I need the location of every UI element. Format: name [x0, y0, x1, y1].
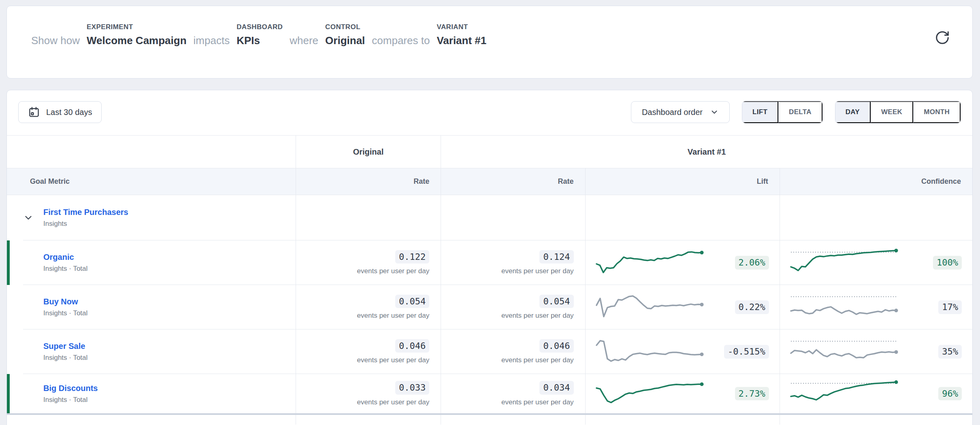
metric-row: OrganicInsights · Total0.122events per u… [7, 240, 972, 285]
goal-metric-cell: Super SaleInsights · Total [7, 329, 296, 374]
dashboard-order-label: Dashboard order [642, 108, 703, 117]
group-header-blank [7, 136, 296, 168]
variant-rate-cell: 0.054events per user per day [441, 285, 585, 329]
empty-cell [296, 195, 441, 240]
phrase-where: where [290, 35, 318, 47]
variant-value[interactable]: Variant #1 [437, 35, 486, 47]
confidence-sparkline [789, 291, 898, 323]
experiment-report-page: Show how EXPERIMENT Welcome Campaign imp… [0, 0, 980, 425]
confidence-cell: 100% [780, 240, 972, 285]
lift-cell: 2.06% [585, 240, 780, 285]
confidence-cell: 96% [780, 374, 972, 413]
refresh-button[interactable] [933, 29, 951, 47]
confidence-value: 100% [933, 256, 962, 270]
column-variant-rate: Rate [441, 168, 585, 195]
lift-cell: -0.515% [585, 329, 780, 374]
phrase-text: Show how [31, 35, 80, 47]
dashboard-selector[interactable]: DASHBOARD KPIs [236, 23, 283, 47]
lift-sparkline [594, 336, 704, 368]
metric-subtitle: Insights · Total [43, 265, 296, 273]
rate-unit: events per user per day [357, 312, 430, 320]
rate-value: 0.046 [395, 339, 429, 353]
metric-row: Buy NowInsights · Total0.054events per u… [7, 285, 972, 329]
rate-unit: events per user per day [501, 356, 574, 364]
next-row-partial [7, 415, 972, 425]
lift-value: 2.06% [735, 256, 769, 270]
rate-value: 0.034 [539, 381, 573, 395]
column-control-rate: Rate [296, 168, 441, 195]
metric-link[interactable]: Organic [43, 253, 296, 262]
calendar-icon [28, 106, 40, 118]
experiment-phrase: Show how EXPERIMENT Welcome Campaign imp… [31, 23, 486, 47]
metric-link[interactable]: Super Sale [43, 342, 296, 351]
toggle-option-day[interactable]: DAY [835, 101, 871, 123]
rate-value: 0.033 [395, 381, 429, 395]
report-card: Last 30 days Dashboard order LIFTDELTA D… [6, 90, 973, 425]
metric-subtitle: Insights · Total [43, 309, 296, 317]
experiment-selector[interactable]: EXPERIMENT Welcome Campaign [87, 23, 187, 47]
rate-value: 0.054 [539, 295, 573, 308]
experiment-definition-card: Show how EXPERIMENT Welcome Campaign imp… [6, 6, 973, 79]
rate-unit: events per user per day [501, 398, 574, 406]
group-metric-subtitle: Insights [43, 220, 128, 228]
lift-cell: 0.22% [585, 285, 780, 329]
rate-value: 0.054 [395, 295, 429, 308]
confidence-sparkline [789, 336, 898, 368]
control-rate-cell: 0.054events per user per day [296, 285, 441, 329]
rate-unit: events per user per day [357, 398, 430, 406]
control-rate-cell: 0.033events per user per day [296, 374, 441, 413]
control-value[interactable]: Original [325, 35, 365, 47]
table-rows: OrganicInsights · Total0.122events per u… [7, 240, 972, 413]
column-lift: Lift [585, 168, 780, 195]
dashboard-order-dropdown[interactable]: Dashboard order [631, 101, 730, 123]
variant-rate-cell: 0.046events per user per day [441, 329, 585, 374]
date-range-label: Last 30 days [46, 108, 92, 117]
metric-row: Super SaleInsights · Total0.046events pe… [7, 329, 972, 374]
variant-selector[interactable]: VARIANT Variant #1 [437, 23, 486, 47]
empty-cell [585, 195, 780, 240]
rate-unit: events per user per day [357, 356, 430, 364]
rate-value: 0.122 [395, 250, 429, 264]
phrase-show-how: Show how [31, 35, 80, 47]
toggle-option-delta[interactable]: DELTA [778, 101, 822, 123]
confidence-value: 96% [938, 387, 962, 401]
collapse-chevron-icon[interactable] [23, 212, 34, 223]
phrase-impacts: impacts [194, 35, 230, 47]
lift-sparkline [594, 291, 704, 323]
group-metric-link[interactable]: First Time Purchasers [43, 208, 128, 217]
rate-unit: events per user per day [501, 312, 574, 320]
metric-subtitle: Insights · Total [43, 396, 296, 404]
mode-toggle: LIFTDELTA [742, 101, 823, 123]
column-confidence: Confidence [780, 168, 972, 195]
phrase-text: where [290, 35, 318, 47]
metric-row: Big DiscountsInsights · Total0.033events… [7, 374, 972, 413]
column-header-row: Goal Metric Rate Rate Lift Confidence [7, 168, 972, 195]
control-rate-cell: 0.046events per user per day [296, 329, 441, 374]
goal-metric-cell: Buy NowInsights · Total [7, 285, 296, 329]
phrase-compares-to: compares to [372, 35, 430, 47]
metric-link[interactable]: Buy Now [43, 297, 296, 306]
metric-subtitle: Insights · Total [43, 354, 296, 362]
rate-unit: events per user per day [501, 267, 574, 275]
lift-cell: 2.73% [585, 374, 780, 413]
dashboard-value[interactable]: KPIs [236, 35, 260, 47]
variant-rate-cell: 0.034events per user per day [441, 374, 585, 413]
confidence-cell: 35% [780, 329, 972, 374]
group-row-cell: First Time Purchasers Insights [7, 195, 296, 240]
toggle-option-lift[interactable]: LIFT [742, 101, 778, 123]
confidence-cell: 17% [780, 285, 972, 329]
metric-link[interactable]: Big Discounts [43, 384, 296, 393]
control-selector[interactable]: CONTROL Original [325, 23, 365, 47]
confidence-value: 35% [938, 345, 962, 359]
lift-value: 2.73% [735, 387, 769, 401]
toggle-option-week[interactable]: WEEK [871, 101, 913, 123]
lift-sparkline [594, 247, 704, 278]
control-label: CONTROL [325, 23, 360, 31]
confidence-sparkline [789, 378, 898, 410]
toggle-option-month[interactable]: MONTH [913, 101, 961, 123]
experiment-value[interactable]: Welcome Campaign [87, 35, 187, 47]
variant-label: VARIANT [437, 23, 468, 31]
rate-value: 0.046 [539, 339, 573, 353]
date-range-button[interactable]: Last 30 days [18, 101, 102, 123]
empty-cell [441, 195, 585, 240]
